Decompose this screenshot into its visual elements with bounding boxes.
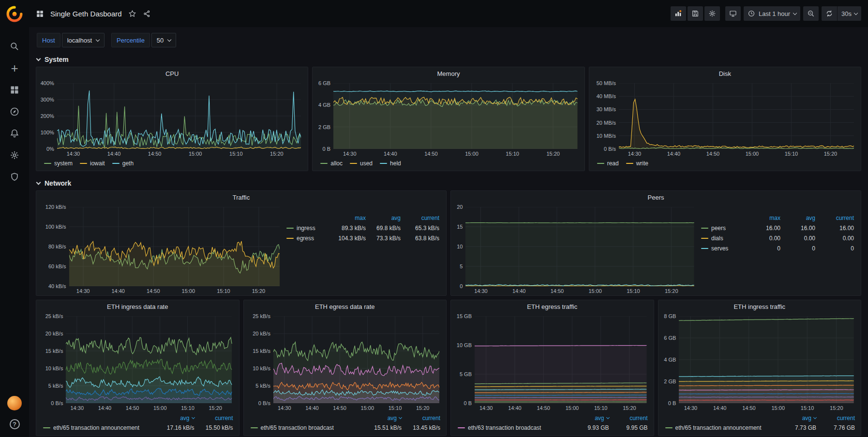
user-avatar[interactable] [7, 396, 22, 410]
section-network[interactable]: Network [36, 175, 861, 190]
y-axis: 0 B2 GB4 GB6 GB8 GB [662, 316, 679, 403]
share-icon[interactable] [143, 10, 151, 18]
legend-label: serves [711, 245, 728, 252]
legend-current-header[interactable]: current [609, 415, 648, 422]
x-axis-label: 15:10 [594, 405, 608, 411]
cycle-view-button[interactable] [725, 6, 741, 21]
legend-item[interactable]: write [626, 160, 648, 167]
panel-title[interactable]: CPU [36, 67, 308, 80]
sidebar: + ? [0, 0, 29, 437]
legend-column-header[interactable]: current [815, 215, 854, 221]
y-axis-label: 50 MB/s [597, 80, 616, 86]
memory-plot[interactable] [333, 83, 578, 149]
legend-item[interactable]: ingress [286, 225, 328, 232]
legend-item[interactable]: alloc [320, 160, 343, 167]
legend-column-header[interactable]: max [328, 215, 366, 221]
legend-item-name[interactable]: eth/63 transaction broadcast [458, 424, 563, 431]
dashboard-content: Host localhost Percentile 50 System [29, 27, 868, 437]
legend-item[interactable]: geth [112, 160, 134, 167]
cpu-plot[interactable] [57, 83, 301, 149]
sidebar-item-alerting[interactable] [9, 128, 20, 139]
grafana-logo[interactable] [0, 0, 29, 28]
legend-column-header[interactable]: avg [780, 215, 815, 221]
legend-column-header[interactable]: max [743, 215, 780, 221]
series-color-dash [251, 427, 258, 428]
x-axis-label: 14:30 [76, 288, 90, 294]
panel-title[interactable]: Traffic [36, 191, 446, 204]
legend-item[interactable]: system [44, 160, 73, 167]
zoom-out-button[interactable] [803, 6, 819, 21]
legend-current-value: 9.95 GB [609, 424, 648, 431]
eth_ingress_traffic-plot[interactable] [679, 316, 854, 403]
legend-item-name[interactable]: eth/65 transaction announcement [665, 424, 770, 431]
legend-item[interactable]: iowait [80, 160, 105, 167]
sidebar-item-create[interactable]: + [9, 62, 20, 74]
legend-avg-header[interactable]: avg [148, 415, 195, 422]
legend-item[interactable]: held [380, 160, 401, 167]
legend-item-name[interactable]: eth/65 transaction broadcast [251, 424, 356, 431]
help-icon[interactable]: ? [10, 419, 20, 429]
refresh-interval-dropdown[interactable]: 30s [837, 6, 861, 21]
y-axis-label: 15 GB [457, 313, 472, 319]
legend-current-header[interactable]: current [402, 415, 440, 422]
series-color-dash [80, 163, 87, 164]
legend-item[interactable]: peers [701, 225, 743, 232]
peers-plot[interactable] [465, 207, 694, 286]
traffic-plot[interactable] [69, 207, 280, 286]
sidebar-item-dashboards[interactable] [9, 84, 20, 96]
percentile-variable-dropdown[interactable]: 50 [151, 33, 176, 47]
legend-avg-header[interactable]: avg [563, 415, 609, 422]
legend-column-header[interactable]: current [401, 215, 439, 221]
panel-body: 0 B2 GB4 GB6 GB8 GB14:3014:4014:5015:001… [658, 313, 861, 436]
sidebar-item-search[interactable] [9, 41, 20, 52]
panel-title[interactable]: Disk [589, 67, 861, 80]
legend-item-name[interactable]: eth/65 transaction announcement [43, 424, 148, 431]
eth_egress_traffic-plot[interactable] [475, 316, 647, 403]
y-axis-label: 0% [46, 146, 54, 152]
sidebar-item-explore[interactable] [9, 106, 20, 117]
panel-title[interactable]: ETH egress data rate [244, 300, 447, 313]
add-panel-button[interactable] [671, 6, 686, 21]
panel-title[interactable]: ETH ingress traffic [658, 300, 861, 313]
legend-column-header[interactable]: avg [366, 215, 401, 221]
eth_ingress_rate-plot[interactable] [66, 316, 232, 403]
eth_egress_rate-plot[interactable] [273, 316, 439, 403]
legend: allocusedheld [313, 158, 584, 171]
legend-value: 63.8 kB/s [401, 235, 439, 242]
sidebar-item-configuration[interactable] [9, 149, 20, 161]
legend-item[interactable]: dials [701, 235, 743, 242]
save-dashboard-button[interactable] [688, 6, 703, 21]
eth_egress_rate-chart: 0 B/s5 kB/s10 kB/s15 kB/s20 kB/s25 kB/s1… [244, 313, 447, 412]
sidebar-item-server-admin[interactable] [9, 171, 20, 183]
legend-current-header[interactable]: current [195, 415, 233, 422]
host-variable-dropdown[interactable]: localhost [62, 33, 105, 47]
y-axis-label: 20 [457, 204, 463, 210]
legend-item[interactable]: serves [701, 245, 743, 252]
search-icon [10, 42, 19, 51]
series-line [679, 400, 854, 400]
legend-current-header[interactable]: current [816, 415, 855, 422]
panel-title[interactable]: ETH ingress data rate [36, 300, 239, 313]
legend-avg-header[interactable]: avg [355, 415, 402, 422]
traffic-chart-svg [69, 207, 280, 286]
network-row-1: Traffic 40 kB/s60 kB/s80 kB/s100 kB/s120… [36, 190, 861, 296]
star-icon[interactable] [128, 10, 136, 18]
refresh-button[interactable] [822, 6, 837, 21]
panel-title[interactable]: Memory [313, 67, 584, 80]
panel-title[interactable]: ETH egress traffic [451, 300, 654, 313]
legend-item[interactable]: read [597, 160, 619, 167]
section-system[interactable]: System [36, 51, 861, 67]
dashboard-settings-button[interactable] [704, 6, 720, 21]
panel-title[interactable]: Peers [451, 191, 861, 204]
page-title[interactable]: Single Geth Dasboard [50, 10, 122, 18]
eth_ingress_traffic-chart-svg [679, 316, 854, 403]
legend-avg-header[interactable]: avg [770, 415, 816, 422]
disk-plot[interactable] [619, 83, 854, 149]
legend-label: geth [122, 160, 134, 167]
legend-value: 0 [815, 245, 854, 252]
panel-title-text: Traffic [233, 194, 250, 201]
legend-item[interactable]: used [350, 160, 373, 167]
legend-item[interactable]: egress [286, 235, 328, 242]
legend-label: peers [711, 225, 726, 232]
time-range-button[interactable]: Last 1 hour [744, 6, 800, 21]
